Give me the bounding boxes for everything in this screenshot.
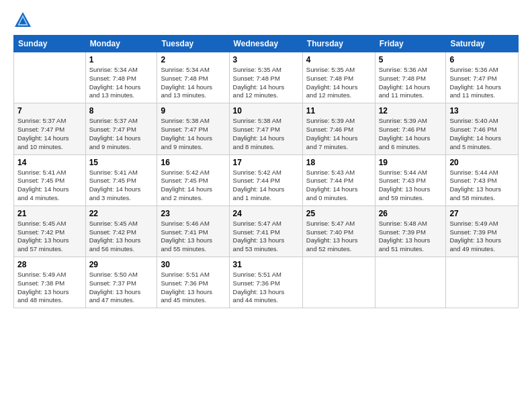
col-header-tuesday: Tuesday [157, 36, 229, 52]
day-number: 21 [17, 209, 82, 218]
calendar-cell: 4Sunrise: 5:35 AM Sunset: 7:48 PM Daylig… [302, 52, 375, 103]
week-row-5: 28Sunrise: 5:49 AM Sunset: 7:38 PM Dayli… [14, 257, 519, 308]
day-info: Sunrise: 5:43 AM Sunset: 7:44 PM Dayligh… [306, 169, 371, 203]
day-number: 26 [379, 209, 443, 218]
day-number: 12 [379, 106, 443, 116]
calendar-cell: 17Sunrise: 5:42 AM Sunset: 7:44 PM Dayli… [229, 154, 302, 205]
col-header-monday: Monday [85, 36, 157, 52]
calendar-cell: 22Sunrise: 5:45 AM Sunset: 7:42 PM Dayli… [85, 205, 157, 257]
day-info: Sunrise: 5:51 AM Sunset: 7:36 PM Dayligh… [233, 271, 299, 305]
day-info: Sunrise: 5:46 AM Sunset: 7:41 PM Dayligh… [161, 220, 225, 254]
col-header-sunday: Sunday [14, 36, 86, 52]
header-row: SundayMondayTuesdayWednesdayThursdayFrid… [14, 36, 519, 52]
calendar-cell: 7Sunrise: 5:37 AM Sunset: 7:47 PM Daylig… [14, 103, 86, 154]
logo [13, 11, 35, 30]
day-number: 16 [161, 158, 225, 167]
day-info: Sunrise: 5:44 AM Sunset: 7:43 PM Dayligh… [379, 169, 443, 203]
day-info: Sunrise: 5:42 AM Sunset: 7:44 PM Dayligh… [233, 169, 299, 203]
calendar-cell: 3Sunrise: 5:35 AM Sunset: 7:48 PM Daylig… [229, 52, 302, 103]
calendar-cell [446, 257, 519, 308]
day-info: Sunrise: 5:51 AM Sunset: 7:36 PM Dayligh… [161, 271, 225, 305]
day-info: Sunrise: 5:48 AM Sunset: 7:39 PM Dayligh… [379, 220, 443, 254]
calendar-cell: 30Sunrise: 5:51 AM Sunset: 7:36 PM Dayli… [157, 257, 229, 308]
day-info: Sunrise: 5:35 AM Sunset: 7:48 PM Dayligh… [233, 66, 299, 100]
day-number: 7 [17, 106, 82, 116]
day-number: 31 [233, 260, 299, 269]
day-number: 13 [449, 106, 515, 116]
calendar-cell: 29Sunrise: 5:50 AM Sunset: 7:37 PM Dayli… [85, 257, 157, 308]
calendar-cell: 6Sunrise: 5:36 AM Sunset: 7:47 PM Daylig… [446, 52, 519, 103]
calendar-cell: 15Sunrise: 5:41 AM Sunset: 7:45 PM Dayli… [85, 154, 157, 205]
day-info: Sunrise: 5:39 AM Sunset: 7:46 PM Dayligh… [306, 117, 371, 151]
calendar-cell: 28Sunrise: 5:49 AM Sunset: 7:38 PM Dayli… [14, 257, 86, 308]
day-number: 19 [379, 158, 443, 167]
day-info: Sunrise: 5:38 AM Sunset: 7:47 PM Dayligh… [161, 117, 225, 151]
day-info: Sunrise: 5:44 AM Sunset: 7:43 PM Dayligh… [449, 169, 515, 203]
calendar-cell: 9Sunrise: 5:38 AM Sunset: 7:47 PM Daylig… [157, 103, 229, 154]
logo-icon [13, 11, 32, 30]
day-info: Sunrise: 5:47 AM Sunset: 7:40 PM Dayligh… [306, 220, 371, 254]
calendar-cell: 31Sunrise: 5:51 AM Sunset: 7:36 PM Dayli… [229, 257, 302, 308]
calendar-cell: 11Sunrise: 5:39 AM Sunset: 7:46 PM Dayli… [302, 103, 375, 154]
calendar-cell: 1Sunrise: 5:34 AM Sunset: 7:48 PM Daylig… [85, 52, 157, 103]
calendar-cell: 12Sunrise: 5:39 AM Sunset: 7:46 PM Dayli… [375, 103, 446, 154]
week-row-1: 1Sunrise: 5:34 AM Sunset: 7:48 PM Daylig… [14, 52, 519, 103]
day-info: Sunrise: 5:36 AM Sunset: 7:47 PM Dayligh… [449, 66, 515, 100]
day-number: 18 [306, 158, 371, 167]
calendar-cell: 8Sunrise: 5:37 AM Sunset: 7:47 PM Daylig… [85, 103, 157, 154]
day-info: Sunrise: 5:38 AM Sunset: 7:47 PM Dayligh… [233, 117, 299, 151]
calendar-cell: 25Sunrise: 5:47 AM Sunset: 7:40 PM Dayli… [302, 205, 375, 257]
calendar-cell [302, 257, 375, 308]
day-info: Sunrise: 5:37 AM Sunset: 7:47 PM Dayligh… [89, 117, 154, 151]
day-info: Sunrise: 5:45 AM Sunset: 7:42 PM Dayligh… [89, 220, 154, 254]
calendar-cell: 20Sunrise: 5:44 AM Sunset: 7:43 PM Dayli… [446, 154, 519, 205]
day-info: Sunrise: 5:47 AM Sunset: 7:41 PM Dayligh… [233, 220, 299, 254]
day-number: 23 [161, 209, 225, 218]
page: SundayMondayTuesdayWednesdayThursdayFrid… [0, 0, 532, 316]
day-number: 10 [233, 106, 299, 116]
col-header-wednesday: Wednesday [229, 36, 302, 52]
calendar-cell: 10Sunrise: 5:38 AM Sunset: 7:47 PM Dayli… [229, 103, 302, 154]
day-number: 22 [89, 209, 154, 218]
calendar-cell: 5Sunrise: 5:36 AM Sunset: 7:48 PM Daylig… [375, 52, 446, 103]
calendar-cell: 14Sunrise: 5:41 AM Sunset: 7:45 PM Dayli… [14, 154, 86, 205]
day-info: Sunrise: 5:42 AM Sunset: 7:45 PM Dayligh… [161, 169, 225, 203]
day-info: Sunrise: 5:41 AM Sunset: 7:45 PM Dayligh… [89, 169, 154, 203]
day-number: 11 [306, 106, 371, 116]
day-info: Sunrise: 5:34 AM Sunset: 7:48 PM Dayligh… [161, 66, 225, 100]
calendar-cell: 26Sunrise: 5:48 AM Sunset: 7:39 PM Dayli… [375, 205, 446, 257]
day-number: 5 [379, 55, 443, 64]
day-number: 3 [233, 55, 299, 64]
day-number: 30 [161, 260, 225, 269]
week-row-4: 21Sunrise: 5:45 AM Sunset: 7:42 PM Dayli… [14, 205, 519, 257]
day-info: Sunrise: 5:41 AM Sunset: 7:45 PM Dayligh… [17, 169, 82, 203]
calendar-cell: 18Sunrise: 5:43 AM Sunset: 7:44 PM Dayli… [302, 154, 375, 205]
day-info: Sunrise: 5:40 AM Sunset: 7:46 PM Dayligh… [449, 117, 515, 151]
calendar-cell: 2Sunrise: 5:34 AM Sunset: 7:48 PM Daylig… [157, 52, 229, 103]
day-number: 20 [449, 158, 515, 167]
calendar-cell: 13Sunrise: 5:40 AM Sunset: 7:46 PM Dayli… [446, 103, 519, 154]
day-info: Sunrise: 5:37 AM Sunset: 7:47 PM Dayligh… [17, 117, 82, 151]
day-number: 4 [306, 55, 371, 64]
day-number: 1 [89, 55, 154, 64]
calendar-table: SundayMondayTuesdayWednesdayThursdayFrid… [13, 35, 519, 308]
col-header-friday: Friday [375, 36, 446, 52]
day-number: 27 [449, 209, 515, 218]
calendar-cell: 27Sunrise: 5:49 AM Sunset: 7:39 PM Dayli… [446, 205, 519, 257]
day-info: Sunrise: 5:39 AM Sunset: 7:46 PM Dayligh… [379, 117, 443, 151]
calendar-cell: 16Sunrise: 5:42 AM Sunset: 7:45 PM Dayli… [157, 154, 229, 205]
day-info: Sunrise: 5:36 AM Sunset: 7:48 PM Dayligh… [379, 66, 443, 100]
calendar-cell: 21Sunrise: 5:45 AM Sunset: 7:42 PM Dayli… [14, 205, 86, 257]
day-number: 29 [89, 260, 154, 269]
day-info: Sunrise: 5:50 AM Sunset: 7:37 PM Dayligh… [89, 271, 154, 305]
day-number: 14 [17, 158, 82, 167]
col-header-thursday: Thursday [302, 36, 375, 52]
calendar-cell [14, 52, 86, 103]
day-number: 25 [306, 209, 371, 218]
day-number: 8 [89, 106, 154, 116]
day-number: 9 [161, 106, 225, 116]
col-header-saturday: Saturday [446, 36, 519, 52]
calendar-cell: 24Sunrise: 5:47 AM Sunset: 7:41 PM Dayli… [229, 205, 302, 257]
day-number: 2 [161, 55, 225, 64]
day-info: Sunrise: 5:45 AM Sunset: 7:42 PM Dayligh… [17, 220, 82, 254]
